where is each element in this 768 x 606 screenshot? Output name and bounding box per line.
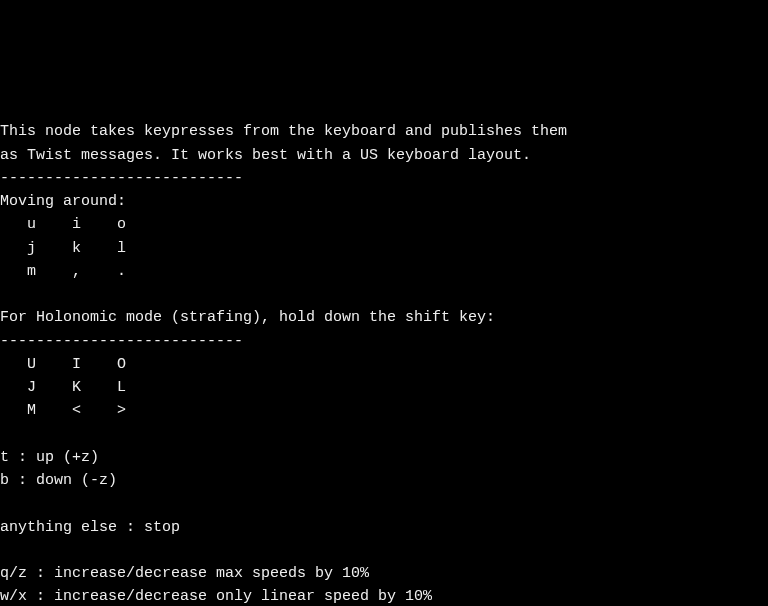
holonomic-row-3: M < >	[0, 402, 126, 419]
stop-line: anything else : stop	[0, 519, 180, 536]
moving-header: Moving around:	[0, 193, 126, 210]
wx-line: w/x : increase/decrease only linear spee…	[0, 588, 432, 605]
divider-2: ---------------------------	[0, 333, 243, 350]
terminal-output[interactable]: This node takes keypresses from the keyb…	[0, 97, 768, 606]
moving-row-3: m , .	[0, 263, 126, 280]
t-key-line: t : up (+z)	[0, 449, 99, 466]
intro-line-1: This node takes keypresses from the keyb…	[0, 123, 567, 140]
divider-1: ---------------------------	[0, 170, 243, 187]
moving-row-2: j k l	[0, 240, 126, 257]
b-key-line: b : down (-z)	[0, 472, 117, 489]
holonomic-row-2: J K L	[0, 379, 126, 396]
qz-line: q/z : increase/decrease max speeds by 10…	[0, 565, 369, 582]
intro-line-2: as Twist messages. It works best with a …	[0, 147, 531, 164]
holonomic-row-1: U I O	[0, 356, 126, 373]
holonomic-header: For Holonomic mode (strafing), hold down…	[0, 309, 495, 326]
moving-row-1: u i o	[0, 216, 126, 233]
